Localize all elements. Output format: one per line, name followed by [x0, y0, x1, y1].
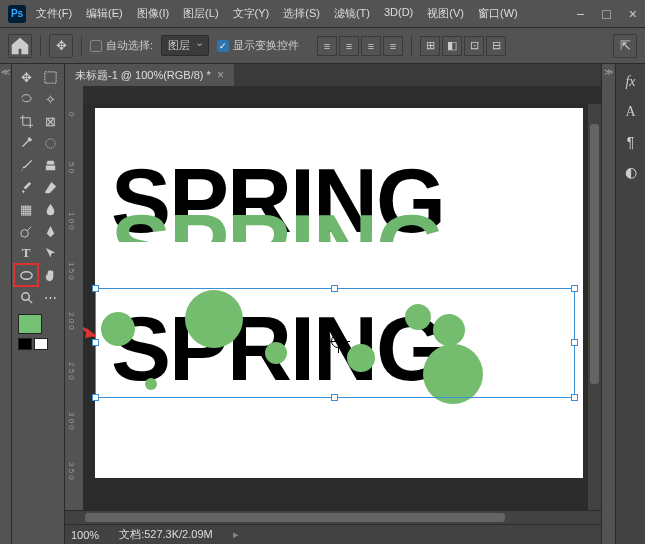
- align-right-icon[interactable]: ≡: [361, 36, 381, 56]
- ellipse-tool[interactable]: [14, 264, 38, 286]
- menu-text[interactable]: 文字(Y): [233, 6, 270, 21]
- move-tool[interactable]: ✥: [14, 66, 38, 88]
- ruler-corner: [65, 86, 83, 104]
- transform-anchor-icon[interactable]: [331, 334, 345, 348]
- titlebar: Ps 文件(F) 编辑(E) 图像(I) 图层(L) 文字(Y) 选择(S) 滤…: [0, 0, 645, 28]
- menu-file[interactable]: 文件(F): [36, 6, 72, 21]
- transform-handle[interactable]: [331, 394, 338, 401]
- show-transform-checkbox[interactable]: ✓ 显示变换控件: [217, 38, 299, 53]
- status-bar: 100% 文档:527.3K/2.09M ▸: [65, 524, 601, 544]
- auto-select-dropdown[interactable]: 图层: [161, 35, 209, 56]
- auto-select-checkbox[interactable]: 自动选择:: [90, 38, 153, 53]
- marquee-tool[interactable]: [38, 66, 62, 88]
- align-top-icon[interactable]: ≡: [383, 36, 403, 56]
- distribute-icon-2[interactable]: ◧: [442, 36, 462, 56]
- frame-tool[interactable]: ⊠: [38, 110, 62, 132]
- menu-3d[interactable]: 3D(D): [384, 6, 413, 21]
- distribute-icon-1[interactable]: ⊞: [420, 36, 440, 56]
- transform-handle[interactable]: [92, 339, 99, 346]
- history-brush-tool[interactable]: [14, 176, 38, 198]
- menu-image[interactable]: 图像(I): [137, 6, 169, 21]
- path-selection-tool[interactable]: [38, 242, 62, 264]
- distribute-icon-3[interactable]: ⊡: [464, 36, 484, 56]
- styles-panel-icon[interactable]: fx: [621, 72, 641, 92]
- align-group-2: ⊞ ◧ ⊡ ⊟: [420, 36, 506, 56]
- menu-edit[interactable]: 编辑(E): [86, 6, 123, 21]
- close-tab-icon[interactable]: ×: [217, 68, 224, 82]
- share-icon[interactable]: ⇱: [613, 34, 637, 58]
- ruler-vertical[interactable]: 05 01 0 01 5 02 0 02 5 03 0 03 5 0: [65, 104, 83, 510]
- options-bar: ✥ 自动选择: 图层 ✓ 显示变换控件 ≡ ≡ ≡ ≡ ⊞ ◧ ⊡ ⊟ ⇱: [0, 28, 645, 64]
- transform-handle[interactable]: [331, 285, 338, 292]
- brush-tool[interactable]: [14, 154, 38, 176]
- menu-view[interactable]: 视图(V): [427, 6, 464, 21]
- magic-wand-tool[interactable]: ✧: [38, 88, 62, 110]
- window-controls: − □ ×: [576, 6, 637, 22]
- eraser-tool[interactable]: [38, 176, 62, 198]
- document-tab-title: 未标题-1 @ 100%(RGB/8) *: [75, 68, 211, 83]
- show-transform-label: 显示变换控件: [233, 38, 299, 53]
- eyedropper-tool[interactable]: [14, 132, 38, 154]
- auto-select-label: 自动选择:: [106, 38, 153, 53]
- minimize-button[interactable]: −: [576, 6, 584, 22]
- white-swatch[interactable]: [34, 338, 48, 350]
- distribute-icon-4[interactable]: ⊟: [486, 36, 506, 56]
- hand-tool[interactable]: [38, 264, 62, 286]
- transform-handle[interactable]: [92, 394, 99, 401]
- blur-tool[interactable]: [38, 198, 62, 220]
- properties-panel-icon[interactable]: ◐: [621, 162, 641, 182]
- transform-handle[interactable]: [571, 339, 578, 346]
- vertical-scroll-thumb[interactable]: [590, 124, 599, 384]
- text-spring-top-green: SPRING: [111, 196, 444, 242]
- more-tools-icon[interactable]: ⋯: [38, 286, 62, 308]
- right-panel: fx A ¶ ◐: [615, 64, 645, 544]
- gradient-tool[interactable]: ▦: [14, 198, 38, 220]
- tools-panel: ✥ ✧ ⊠ ▦ T ⋯: [12, 64, 65, 544]
- svg-point-1: [45, 138, 54, 147]
- type-tool[interactable]: T: [14, 242, 38, 264]
- close-button[interactable]: ×: [629, 6, 637, 22]
- menu-filter[interactable]: 滤镜(T): [334, 6, 370, 21]
- canvas[interactable]: SPRING SPRING SPRING: [95, 108, 583, 478]
- svg-point-4: [21, 292, 29, 300]
- paragraph-panel-icon[interactable]: ¶: [621, 132, 641, 152]
- character-panel-icon[interactable]: A: [621, 102, 641, 122]
- menu-select[interactable]: 选择(S): [283, 6, 320, 21]
- vertical-scrollbar[interactable]: [587, 104, 601, 510]
- menu-layer[interactable]: 图层(L): [183, 6, 218, 21]
- foreground-color-swatch[interactable]: [18, 314, 42, 334]
- main-menu: 文件(F) 编辑(E) 图像(I) 图层(L) 文字(Y) 选择(S) 滤镜(T…: [36, 6, 576, 21]
- dodge-tool[interactable]: [14, 220, 38, 242]
- right-collapse-icon[interactable]: ≫: [601, 64, 615, 544]
- clone-stamp-tool[interactable]: [38, 154, 62, 176]
- app-logo: Ps: [8, 5, 26, 23]
- menu-window[interactable]: 窗口(W): [478, 6, 518, 21]
- move-tool-icon[interactable]: ✥: [49, 34, 73, 58]
- align-group-1: ≡ ≡ ≡ ≡: [317, 36, 403, 56]
- svg-point-2: [20, 229, 28, 237]
- align-center-icon[interactable]: ≡: [339, 36, 359, 56]
- crop-tool[interactable]: [14, 110, 38, 132]
- lasso-tool[interactable]: [14, 88, 38, 110]
- status-readout[interactable]: 文档:527.3K/2.09M: [119, 527, 213, 542]
- svg-point-3: [20, 271, 31, 279]
- zoom-level[interactable]: 100%: [71, 529, 99, 541]
- canvas-viewport[interactable]: SPRING SPRING SPRING: [83, 104, 587, 510]
- home-icon[interactable]: [8, 34, 32, 58]
- document-tab-bar: 未标题-1 @ 100%(RGB/8) * ×: [65, 64, 601, 86]
- maximize-button[interactable]: □: [602, 6, 610, 22]
- horizontal-scrollbar[interactable]: [65, 510, 601, 524]
- transform-handle[interactable]: [92, 285, 99, 292]
- transform-handle[interactable]: [571, 285, 578, 292]
- transform-handle[interactable]: [571, 394, 578, 401]
- horizontal-scroll-thumb[interactable]: [85, 513, 505, 522]
- svg-rect-0: [44, 71, 55, 82]
- zoom-tool[interactable]: [14, 286, 38, 308]
- align-left-icon[interactable]: ≡: [317, 36, 337, 56]
- document-area: 未标题-1 @ 100%(RGB/8) * × 0501001502002503…: [65, 64, 601, 544]
- pen-tool[interactable]: [38, 220, 62, 242]
- left-collapse-icon[interactable]: ≪: [0, 64, 12, 544]
- black-swatch[interactable]: [18, 338, 32, 350]
- document-tab[interactable]: 未标题-1 @ 100%(RGB/8) * ×: [65, 64, 234, 86]
- spot-healing-tool[interactable]: [38, 132, 62, 154]
